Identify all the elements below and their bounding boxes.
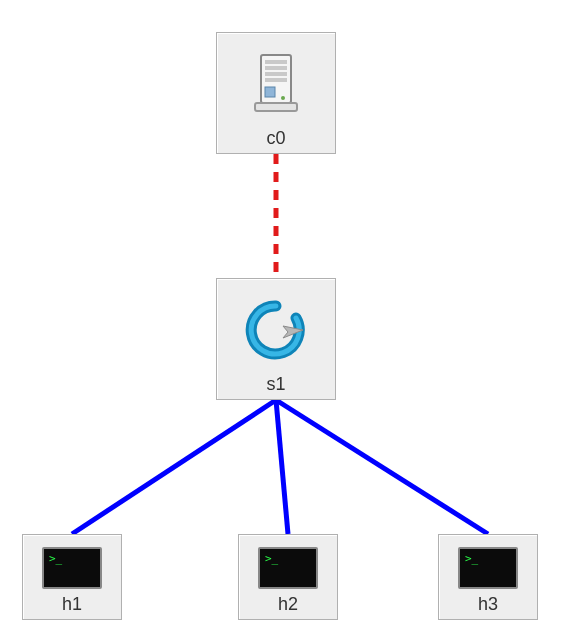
- node-host-1-label: h1: [62, 594, 82, 615]
- node-controller-label: c0: [266, 128, 285, 149]
- link-switch-host1: [72, 400, 276, 534]
- node-switch[interactable]: s1: [216, 278, 336, 400]
- link-switch-host3: [276, 400, 488, 534]
- node-host-3[interactable]: h3: [438, 534, 538, 620]
- link-switch-host2: [276, 400, 288, 534]
- svg-rect-2: [265, 66, 287, 70]
- server-icon: [249, 41, 303, 126]
- node-switch-label: s1: [266, 374, 285, 395]
- switch-icon: [241, 287, 311, 372]
- topology-canvas: { "nodes": { "controller": { "label": "c…: [0, 0, 578, 642]
- svg-rect-5: [265, 87, 275, 97]
- svg-rect-1: [265, 60, 287, 64]
- node-host-1[interactable]: h1: [22, 534, 122, 620]
- svg-rect-4: [265, 78, 287, 82]
- svg-point-6: [281, 96, 285, 100]
- terminal-icon: [42, 543, 102, 592]
- node-host-3-label: h3: [478, 594, 498, 615]
- terminal-icon: [458, 543, 518, 592]
- terminal-icon: [258, 543, 318, 592]
- svg-rect-3: [265, 72, 287, 76]
- node-host-2[interactable]: h2: [238, 534, 338, 620]
- node-controller[interactable]: c0: [216, 32, 336, 154]
- node-host-2-label: h2: [278, 594, 298, 615]
- svg-rect-7: [255, 103, 297, 111]
